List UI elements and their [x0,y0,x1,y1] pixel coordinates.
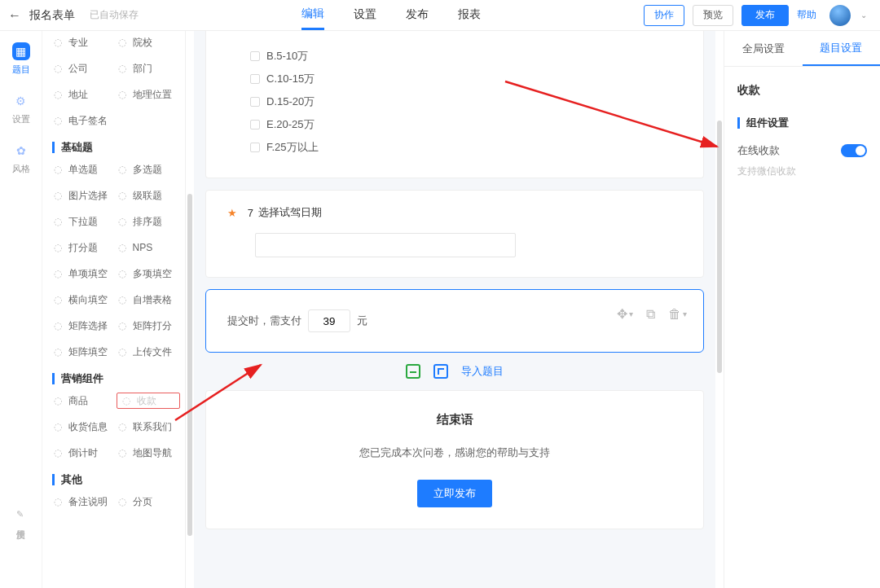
palette-item-label: 公司 [68,62,88,76]
rail-settings[interactable]: ⚙ 设置 [12,92,30,125]
option-row[interactable]: E.20-25万 [250,117,682,132]
palette-item[interactable]: ◌院校 [117,34,181,50]
palette-item[interactable]: ◌收款 [117,393,181,409]
option-row[interactable]: D.15-20万 [250,94,682,109]
palette-item[interactable]: ◌矩阵选择 [52,318,117,334]
palette-item-label: 院校 [133,36,152,50]
delete-button[interactable]: 🗑▾ [668,306,687,322]
palette-item-label: 矩阵打分 [133,319,172,333]
scrollbar-left[interactable] [186,31,194,588]
date-input[interactable] [255,233,516,257]
checkbox-icon[interactable] [250,51,260,61]
palette-item[interactable]: ◌公司 [52,60,117,77]
option-row[interactable]: B.5-10万 [250,49,682,64]
palette-item[interactable]: ◌多项填空 [117,265,181,282]
tab-report[interactable]: 报表 [458,0,481,30]
scrollbar-right[interactable] [715,31,724,588]
help-link[interactable]: 帮助 [797,8,816,22]
palette-item[interactable]: ◌自增表格 [117,292,181,308]
tab-item-settings[interactable]: 题目设置 [803,31,881,66]
payment-card[interactable]: 提交时，需支付 元 ✥▾ ⧉ 🗑▾ [205,289,704,353]
checkbox-icon[interactable] [250,97,260,107]
scroll-thumb[interactable] [717,121,722,373]
option-row[interactable]: C.10-15万 [250,72,682,86]
excel-import-icon[interactable] [406,364,420,379]
end-title: 结束语 [227,412,682,428]
palette-item[interactable]: ◌横向填空 [52,292,117,308]
palette-item-icon: ◌ [121,395,132,406]
import-question-link[interactable]: 导入题目 [461,364,504,379]
palette-item[interactable]: ◌排序题 [117,213,181,230]
palette-item-icon: ◌ [117,164,128,175]
palette-item[interactable]: ◌联系我们 [117,419,181,435]
checkbox-icon[interactable] [250,74,260,84]
palette-item[interactable]: ◌收货信息 [52,419,117,435]
header-right: 协作 预览 发布 帮助 ⌄ [644,5,867,26]
palette-item[interactable]: ◌倒计时 [52,445,117,461]
publish-now-button[interactable]: 立即发布 [417,480,492,507]
preview-button[interactable]: 预览 [693,5,733,26]
form-name: 报名表单 [29,8,75,23]
user-avatar[interactable] [829,5,851,26]
palette-item[interactable]: ◌分页 [117,494,181,510]
palette-item[interactable]: ◌专业 [52,34,117,50]
publish-button[interactable]: 发布 [741,5,789,26]
palette-item[interactable]: ◌商品 [52,393,117,409]
move-button[interactable]: ✥▾ [617,306,633,322]
collaborate-button[interactable]: 协作 [644,5,684,26]
question-card-date[interactable]: ★ 7 选择试驾日期 [205,190,704,278]
palette-item[interactable]: ◌矩阵填空 [52,344,117,360]
option-label: E.20-25万 [266,117,315,132]
palette-item[interactable]: ◌多选题 [117,161,181,178]
palette-item[interactable]: ◌图片选择 [52,187,117,204]
palette-item-icon: ◌ [52,37,64,48]
palette-item[interactable]: ◌打分题 [52,239,117,256]
palette-item[interactable]: ◌矩阵打分 [117,318,181,334]
right-title: 收款 [737,83,867,98]
palette-item[interactable]: ◌备注说明 [52,494,117,510]
palette-item[interactable]: ◌上传文件 [117,344,181,360]
option-row[interactable]: F.25万以上 [250,140,682,155]
tab-publish[interactable]: 发布 [406,0,429,30]
amount-input[interactable] [308,309,350,332]
palette-item[interactable]: ◌NPS [117,239,181,256]
palette-other-group: ◌备注说明◌分页 [52,494,180,510]
online-pay-toggle[interactable] [841,144,867,157]
palette-item[interactable]: ◌单选题 [52,161,117,178]
palette-item[interactable]: ◌地址 [52,86,117,103]
palette-item-label: 商品 [68,394,88,408]
palette-item[interactable]: ◌级联题 [117,187,181,204]
palette-item-icon: ◌ [52,421,64,432]
palette-item[interactable]: ◌地图导航 [117,445,181,461]
palette-item[interactable]: ◌电子签名 [52,112,117,129]
end-card[interactable]: 结束语 您已完成本次问卷，感谢您的帮助与支持 立即发布 [205,390,704,529]
question-card-options[interactable]: B.5-10万C.10-15万D.15-20万E.20-25万F.25万以上 [205,31,704,178]
palette-item-label: 多项填空 [133,267,172,281]
palette-item[interactable]: ◌地理位置 [117,86,181,103]
palette-item-icon: ◌ [117,346,128,358]
palette-item-label: 自增表格 [133,293,172,307]
palette-item[interactable]: ◌部门 [117,60,181,77]
rail-style[interactable]: ✿ 风格 [12,142,30,175]
rail-feedback[interactable]: ✎ 使用反馈 [15,509,27,523]
palette-item-icon: ◌ [52,164,64,175]
palette-item[interactable]: ◌单项填空 [52,265,117,282]
palette-item-icon: ◌ [117,216,128,227]
tab-global-settings[interactable]: 全局设置 [724,31,803,66]
scroll-thumb[interactable] [187,194,192,536]
tab-settings[interactable]: 设置 [354,0,376,30]
palette-item[interactable]: ◌下拉题 [52,213,117,230]
word-import-icon[interactable] [433,364,448,379]
palette-item-icon: ◌ [117,447,128,459]
palette-item-icon: ◌ [117,320,128,331]
chevron-down-icon: ▾ [629,309,633,318]
rail-questions[interactable]: ▦ 题目 [12,42,30,76]
palette-item-label: 专业 [68,36,88,50]
back-arrow-icon[interactable]: ← [8,8,21,23]
checkbox-icon[interactable] [250,143,260,152]
tab-edit[interactable]: 编辑 [301,0,324,30]
copy-button[interactable]: ⧉ [646,306,655,322]
checkbox-icon[interactable] [250,120,260,129]
palette-item-icon: ◌ [117,242,128,253]
chevron-down-icon[interactable]: ⌄ [860,11,867,20]
